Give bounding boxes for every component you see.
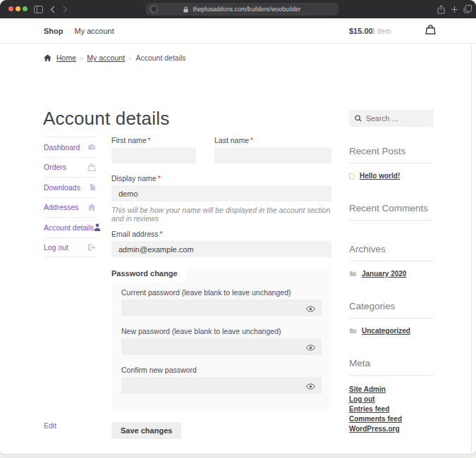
sidebar-item-orders[interactable]: Orders <box>44 157 96 178</box>
breadcrumb: Home › My account › Account details <box>44 54 186 62</box>
nav-link-shop[interactable]: Shop <box>44 27 63 35</box>
sidebar-item-addresses[interactable]: Addresses <box>44 197 96 218</box>
edit-link[interactable]: Edit <box>44 421 56 430</box>
widget-title: Recent Posts <box>349 146 434 156</box>
tab-overview-icon[interactable] <box>462 4 473 14</box>
search-input[interactable] <box>366 114 422 123</box>
basket-icon <box>87 163 96 171</box>
url-text[interactable]: theplusaddons.com/builders/woobuilder <box>193 6 300 13</box>
display-name-field[interactable] <box>111 185 331 202</box>
required-mark: * <box>148 136 151 144</box>
display-name-note: This will be how your name will be displ… <box>111 206 331 223</box>
back-icon[interactable] <box>47 4 58 14</box>
site-header: Shop My account $15.00 1 item <box>0 18 476 44</box>
required-mark: * <box>250 136 253 144</box>
widget-title: Recent Comments <box>349 203 434 213</box>
home-icon <box>44 54 51 61</box>
scrollbar-gutter[interactable] <box>471 18 476 454</box>
page-title: Account details <box>43 108 169 130</box>
cart-total[interactable]: $15.00 <box>349 27 373 35</box>
new-password-label: New password (leave blank to leave uncha… <box>121 327 322 335</box>
home-icon <box>87 204 96 211</box>
list-item: Hello world! <box>349 172 434 180</box>
search-icon <box>355 115 362 122</box>
sidebar-toggle-icon[interactable] <box>32 4 44 14</box>
minimize-window-button[interactable] <box>16 6 20 11</box>
close-window-button[interactable] <box>8 6 13 11</box>
gauge-icon <box>87 144 96 150</box>
list-item: Entries feed <box>349 405 434 412</box>
breadcrumb-separator: › <box>129 54 131 62</box>
sidebar-item-log-out[interactable]: Log out <box>44 237 96 258</box>
show-password-icon[interactable] <box>306 306 315 312</box>
archive-link[interactable]: January 2020 <box>362 270 406 278</box>
sidebar-item-account-details[interactable]: Account details <box>44 217 96 237</box>
zoom-window-button[interactable] <box>23 6 28 11</box>
meta-link-entries-feed[interactable]: Entries feed <box>349 405 389 413</box>
share-icon[interactable] <box>435 4 446 14</box>
confirm-password-label: Confirm new password <box>121 366 322 374</box>
email-field[interactable] <box>111 241 331 257</box>
folder-icon <box>349 328 357 334</box>
account-details-form: First name* Last name* Display name* Thi… <box>111 136 331 439</box>
show-password-icon[interactable] <box>306 345 315 351</box>
list-item: Comments feed <box>349 415 434 422</box>
sidebar-item-dashboard[interactable]: Dashboard <box>44 137 96 157</box>
email-label: Email address* <box>111 230 331 238</box>
current-password-label: Current password (leave blank to leave u… <box>121 288 322 297</box>
last-name-field[interactable] <box>214 147 331 163</box>
display-name-label: Display name* <box>111 174 331 182</box>
breadcrumb-current: Account details <box>135 54 185 62</box>
category-link[interactable]: Uncategorized <box>362 327 410 335</box>
browser-window: theplusaddons.com/builders/woobuilder Sh… <box>0 0 476 458</box>
forward-icon[interactable] <box>59 4 71 14</box>
required-mark: * <box>158 174 161 182</box>
list-item: WordPress.org <box>349 425 434 432</box>
nav-link-my-account[interactable]: My account <box>75 27 114 35</box>
sidebar: Recent Posts Hello world! Recent Comment… <box>349 110 434 435</box>
list-item: Site Admin <box>349 385 434 392</box>
file-icon <box>90 183 96 191</box>
widget-categories: Categories Uncategorized <box>349 301 434 335</box>
privacy-shield-icon[interactable] <box>149 5 158 13</box>
last-name-label: Last name* <box>214 136 331 144</box>
first-name-field[interactable] <box>111 147 196 163</box>
window-bottom-edge <box>0 454 476 458</box>
widget-title: Meta <box>349 358 434 369</box>
address-bar[interactable]: theplusaddons.com/builders/woobuilder <box>146 3 338 16</box>
primary-nav: Shop My account <box>44 18 114 44</box>
new-tab-icon[interactable] <box>448 4 460 14</box>
browser-toolbar: theplusaddons.com/builders/woobuilder <box>0 0 476 18</box>
cart-icon[interactable] <box>425 25 436 37</box>
save-changes-button[interactable]: Save changes <box>111 422 181 439</box>
widget-meta: Meta Site Admin Log out Entries feed Com… <box>349 358 434 432</box>
sidebar-item-downloads[interactable]: Downloads <box>44 177 96 197</box>
widget-title: Categories <box>349 301 434 311</box>
breadcrumb-my-account[interactable]: My account <box>87 54 125 62</box>
list-item: Uncategorized <box>349 327 434 335</box>
meta-link-site-admin[interactable]: Site Admin <box>349 385 386 393</box>
meta-link-comments-feed[interactable]: Comments feed <box>349 415 402 423</box>
new-password-field[interactable] <box>121 338 322 355</box>
password-change-legend: Password change <box>111 265 186 282</box>
breadcrumb-separator: › <box>80 54 83 62</box>
folder-icon <box>349 271 357 277</box>
lock-icon <box>183 6 188 13</box>
meta-link-log-out[interactable]: Log out <box>349 395 375 403</box>
search-box[interactable] <box>349 110 434 127</box>
current-password-field[interactable] <box>121 299 322 316</box>
recent-post-link[interactable]: Hello world! <box>360 172 400 180</box>
list-item: Log out <box>349 395 434 402</box>
confirm-password-field[interactable] <box>121 377 322 394</box>
window-controls[interactable] <box>8 6 28 11</box>
list-item: January 2020 <box>349 270 434 278</box>
widget-recent-posts: Recent Posts Hello world! <box>349 146 434 180</box>
user-icon <box>94 223 101 231</box>
widget-title: Archives <box>349 244 434 254</box>
breadcrumb-home[interactable]: Home <box>56 54 76 62</box>
meta-link-wordpress-org[interactable]: WordPress.org <box>349 425 400 433</box>
required-mark: * <box>160 230 163 238</box>
account-nav: Dashboard Orders Downloads Addresses <box>44 137 96 257</box>
cart-item-count[interactable]: 1 item <box>372 27 391 35</box>
show-password-icon[interactable] <box>306 383 315 390</box>
